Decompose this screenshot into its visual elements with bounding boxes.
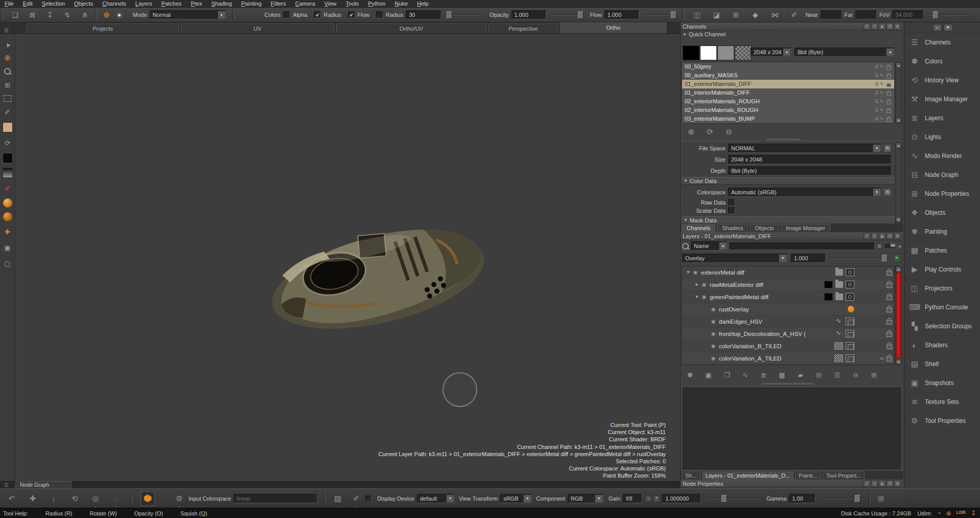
component-dropdown[interactable]: RGB	[568, 494, 603, 503]
edit-icon[interactable]: ✎	[880, 115, 883, 123]
layer-swatch-thumb[interactable]	[827, 306, 835, 312]
dropdown-arrow-icon[interactable]	[719, 242, 727, 250]
list-view-icon[interactable]: ☰	[831, 369, 844, 380]
layer-expander-icon[interactable]	[694, 282, 700, 287]
radius-slider-handle[interactable]	[447, 11, 452, 19]
layer-content-thumb[interactable]	[835, 269, 843, 276]
lut-image-icon[interactable]: ▨	[331, 492, 344, 505]
docked-panel-tab[interactable]: Layers - 01_exteriorMaterials_D...	[702, 471, 794, 480]
gain-slider-handle[interactable]	[721, 495, 727, 503]
stack-icon[interactable]: ☰	[875, 106, 878, 115]
stack-icon[interactable]: ☰	[875, 71, 878, 80]
channel-size-dropdown[interactable]: 2048 x 2048	[751, 48, 791, 57]
quick-channel-header[interactable]: Quick Channel	[683, 31, 726, 37]
radius-input[interactable]: 30	[406, 10, 441, 19]
layer-row[interactable]: darkEdges_HSV	[682, 316, 894, 328]
slice-tool-icon[interactable]: ✐	[2, 106, 13, 118]
gamma-slider[interactable]	[820, 494, 864, 503]
layer-content-thumb[interactable]	[835, 294, 843, 300]
stack-icon[interactable]: ☰	[875, 62, 878, 71]
scroll-up-button[interactable]: ▲	[896, 266, 901, 272]
lock-icon[interactable]	[886, 109, 891, 112]
collapse-triangle-icon[interactable]	[683, 32, 687, 37]
sidebar-item[interactable]: ☰ Channels	[905, 33, 980, 52]
ldr-icon[interactable]: LDR	[956, 510, 966, 517]
dropdown-arrow-icon[interactable]	[218, 11, 226, 19]
mode-dropdown[interactable]: Normal	[150, 10, 226, 19]
dropdown-arrow-icon[interactable]	[595, 494, 603, 503]
opacity-slider[interactable]	[550, 11, 584, 19]
collapse-icon[interactable]: ▲	[879, 23, 885, 30]
edit-icon[interactable]: ✎	[880, 97, 883, 106]
viewport-tab[interactable]: Ortho/UV	[336, 24, 486, 33]
panel-resize-grip[interactable]	[767, 139, 800, 140]
layer-row[interactable]: colorVariation_B_TILED	[682, 340, 894, 352]
collapse-triangle-icon[interactable]	[684, 178, 688, 183]
gain-plus-button[interactable]: +	[653, 495, 660, 502]
layer-row[interactable]: rawMetalExterior diff	[682, 279, 894, 291]
expand-panel-icon[interactable]: »	[933, 24, 942, 31]
new-project-icon[interactable]: ❏	[9, 9, 21, 20]
raw-data-checkbox[interactable]	[728, 199, 735, 206]
collapse-triangle-icon[interactable]	[684, 218, 688, 222]
input-colorspace-field[interactable]: linear	[234, 494, 317, 503]
filter-toggle[interactable]	[884, 243, 896, 249]
blend-mode-dropdown[interactable]: Overlay	[682, 254, 787, 263]
image-frame-icon[interactable]: ▣	[2, 242, 13, 253]
edit-icon[interactable]: ✎	[880, 62, 883, 71]
sidebar-item[interactable]: ▣ Snapshots	[905, 374, 980, 393]
clay-sphere-icon[interactable]	[3, 198, 12, 208]
layer-swatch-thumb[interactable]	[825, 269, 833, 276]
undo-icon[interactable]: ↶	[5, 492, 18, 505]
swap-colors-icon[interactable]: ⟳	[2, 137, 13, 148]
docked-panel-tab[interactable]: Sh...	[682, 471, 701, 480]
add-layer-icon[interactable]: ≣	[757, 369, 770, 380]
reset-button[interactable]: R	[883, 188, 892, 196]
import-icon[interactable]: ↧	[43, 9, 56, 20]
colorspace-dropdown[interactable]: Automatic (sRGB)	[728, 188, 881, 197]
help-icon[interactable]: ?	[871, 23, 878, 30]
fov-input[interactable]: 34.000	[892, 10, 924, 19]
float-icon[interactable]: ⤢	[864, 23, 870, 30]
far-input[interactable]	[855, 10, 877, 19]
scroll-down-button[interactable]: ▼	[896, 217, 901, 222]
sidebar-item[interactable]: ⊞ Node Properties	[905, 185, 980, 204]
layer-expander-icon[interactable]	[694, 295, 700, 299]
grey-swatch[interactable]	[717, 46, 734, 60]
layer-lock-icon[interactable]	[886, 296, 892, 300]
gain-value-field[interactable]: 1.000000	[662, 494, 701, 503]
menu-item[interactable]: Objects	[74, 1, 93, 7]
stack-icon[interactable]: ☰	[875, 115, 878, 123]
layer-visibility-icon[interactable]	[709, 319, 717, 324]
layer-search-input[interactable]	[730, 242, 875, 250]
sidebar-item[interactable]: ⊙ Lights	[905, 128, 980, 147]
brush-tip-icon[interactable]: ●	[113, 9, 126, 20]
close-icon[interactable]: ✕	[894, 233, 901, 239]
scroll-down-button[interactable]: ▼	[896, 359, 901, 365]
layer-mask-thumb[interactable]	[846, 342, 854, 350]
add-tiled-icon[interactable]: ▦	[776, 369, 788, 380]
dropdown-arrow-icon[interactable]	[779, 254, 787, 262]
panel-tab[interactable]: Shaders	[717, 224, 748, 232]
radius-link-checkbox[interactable]	[376, 11, 383, 18]
select-tool-icon[interactable]: ➤	[0, 34, 15, 50]
sidebar-item[interactable]: ▶ Play Controls	[905, 260, 980, 279]
help-icon[interactable]: ?	[871, 233, 878, 239]
layer-swatch-thumb[interactable]	[824, 293, 833, 301]
transparent-swatch[interactable]	[735, 46, 752, 60]
menu-item[interactable]: Painting	[241, 1, 262, 7]
layer-content-thumb[interactable]	[837, 306, 845, 312]
viewport-tab[interactable]: Perspective	[488, 24, 558, 33]
rotate-icon[interactable]: ⟲	[68, 492, 81, 505]
scroll-up-button[interactable]: ▲	[896, 62, 901, 68]
layer-content-thumb[interactable]	[835, 281, 843, 288]
radius-slider[interactable]	[446, 11, 482, 19]
layer-swatch-thumb[interactable]	[824, 355, 832, 362]
properties-scrollbar[interactable]: ▲ ▼	[895, 142, 902, 223]
layer-lock-icon[interactable]	[886, 271, 892, 276]
layer-content-thumb[interactable]	[834, 342, 843, 350]
near-input[interactable]	[821, 10, 842, 19]
sidebar-item[interactable]: ▦ Patches	[905, 241, 980, 260]
export-icon[interactable]: ↯	[61, 9, 74, 20]
layer-lock-icon[interactable]	[886, 332, 892, 337]
